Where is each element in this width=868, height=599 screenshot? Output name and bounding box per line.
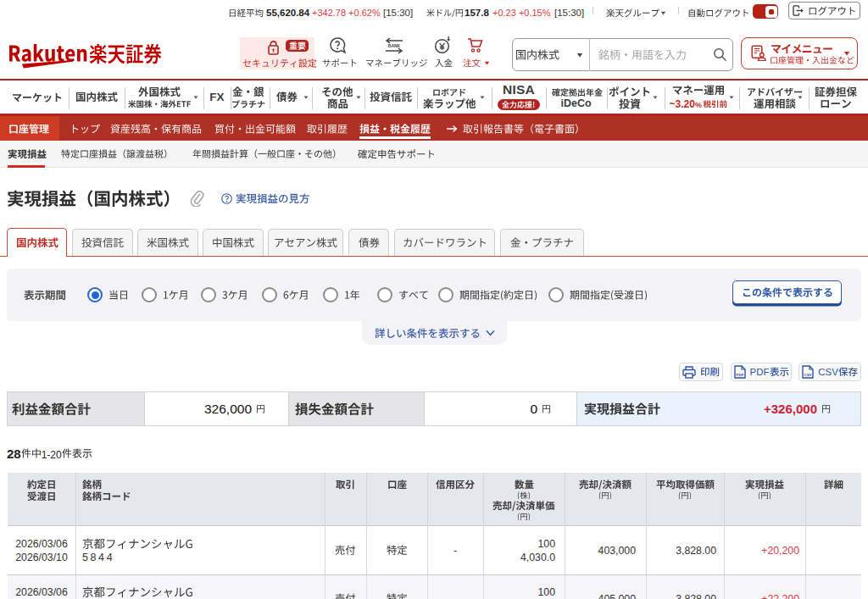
svg-text:PDF: PDF bbox=[736, 373, 743, 377]
svg-text:CSV: CSV bbox=[804, 373, 812, 377]
svg-text:BANK: BANK bbox=[388, 43, 401, 48]
